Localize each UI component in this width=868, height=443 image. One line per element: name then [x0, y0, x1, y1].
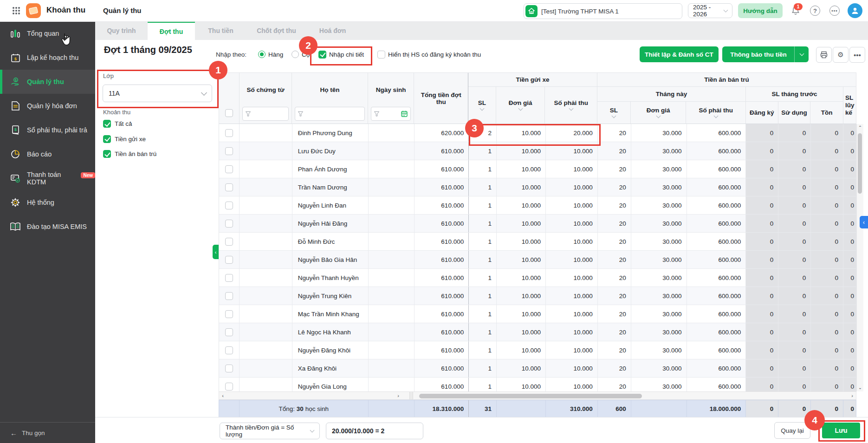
table-cell[interactable]: 30.000 — [631, 269, 687, 287]
table-cell[interactable]: 10.000 — [546, 251, 598, 268]
radio-column[interactable]: Cột — [291, 46, 311, 62]
table-cell[interactable]: 10.000 — [497, 287, 546, 305]
table-cell[interactable]: 20 — [598, 378, 631, 391]
row-checkbox[interactable] — [225, 365, 233, 372]
table-cell[interactable]: 10.000 — [497, 124, 546, 142]
header-used[interactable]: Sử dụng — [778, 102, 811, 124]
table-cell[interactable]: 10.000 — [546, 215, 598, 232]
header-parking-unit-price[interactable]: Đơn giá — [496, 87, 545, 124]
setup-numbering-button[interactable]: Thiết lập & Đánh số CT — [640, 46, 719, 62]
table-cell[interactable]: 600.000 — [687, 359, 746, 377]
row-checkbox[interactable] — [225, 256, 233, 264]
table-cell[interactable]: 1 — [469, 341, 497, 359]
table-cell[interactable]: 20 — [598, 233, 631, 250]
select-all-checkbox[interactable] — [225, 109, 233, 117]
table-cell[interactable]: 600.000 — [687, 305, 746, 323]
sidebar-item-4[interactable]: $Sổ phải thu, phải trả — [0, 118, 95, 142]
sidebar-item-1[interactable]: $Lập kế hoạch thu — [0, 46, 95, 70]
table-cell[interactable]: 600.000 — [687, 233, 746, 250]
table-cell[interactable]: 30.000 — [631, 233, 687, 250]
checkbox-checked-icon[interactable] — [103, 135, 111, 143]
table-cell[interactable]: 10.000 — [546, 287, 598, 305]
scroll-up-icon[interactable]: ⌃ — [857, 124, 863, 131]
table-cell[interactable]: 10.000 — [546, 359, 598, 377]
table-cell[interactable]: 600.000 — [687, 287, 746, 305]
dob-filter-input[interactable] — [371, 107, 411, 121]
table-cell[interactable]: 600.000 — [687, 323, 746, 341]
vertical-scrollbar[interactable]: ⌃ ⌄ — [856, 124, 863, 391]
table-cell[interactable]: 600.000 — [687, 341, 746, 359]
header-meal-qty[interactable]: SL — [597, 102, 631, 124]
checkbox-show-registered[interactable]: Hiển thị HS có đăng ký khoản thu — [377, 46, 481, 62]
sidebar-item-8[interactable]: Đào tạo MISA EMIS — [0, 215, 95, 239]
table-cell[interactable]: 10.000 — [546, 160, 598, 178]
side-panel-expand-handle[interactable]: ‹ — [860, 216, 868, 228]
table-cell[interactable]: 10.000 — [497, 178, 546, 196]
formula-select[interactable]: Thành tiền/Đơn giá = Số lượng — [220, 423, 320, 439]
tab-2[interactable]: Thu tiền — [195, 21, 246, 40]
header-parking-qty[interactable]: SL — [468, 87, 496, 124]
save-button[interactable]: Lưu — [822, 423, 860, 438]
table-cell[interactable]: 10.000 — [546, 233, 598, 250]
table-cell[interactable]: 1 — [469, 269, 497, 287]
table-cell[interactable]: 10.000 — [497, 323, 546, 341]
checkbox-enter-detail-icon[interactable] — [318, 51, 326, 59]
radio-row[interactable]: Hàng — [258, 46, 283, 62]
row-checkbox[interactable] — [225, 165, 233, 173]
row-checkbox[interactable] — [225, 292, 233, 300]
app-grid-icon[interactable] — [12, 7, 20, 15]
filter-panel-collapse-handle[interactable]: ‹ — [213, 245, 219, 259]
table-cell[interactable]: 600.000 — [687, 124, 746, 142]
table-cell[interactable]: 1 — [469, 359, 497, 377]
table-cell[interactable]: 600.000 — [687, 378, 746, 391]
table-cell[interactable]: 10.000 — [497, 196, 546, 214]
table-cell[interactable]: 10.000 — [497, 160, 546, 178]
table-cell[interactable]: 600.000 — [687, 160, 746, 178]
table-cell[interactable]: 20 — [598, 178, 631, 196]
table-cell[interactable]: 30.000 — [631, 215, 687, 232]
table-cell[interactable]: 10.000 — [497, 142, 546, 160]
table-cell[interactable]: 20 — [598, 251, 631, 268]
row-checkbox[interactable] — [225, 346, 233, 354]
row-checkbox[interactable] — [225, 202, 233, 209]
checkbox-checked-icon[interactable] — [103, 150, 111, 158]
table-cell[interactable]: 600.000 — [687, 251, 746, 268]
table-cell[interactable]: 30.000 — [631, 323, 687, 341]
table-cell[interactable]: 10.000 — [546, 341, 598, 359]
header-remain[interactable]: Tồn — [810, 102, 843, 124]
row-checkbox[interactable] — [225, 328, 233, 336]
settings-button[interactable]: ⚙ — [833, 47, 849, 63]
table-cell[interactable]: 30.000 — [631, 341, 687, 359]
print-button[interactable] — [816, 47, 832, 63]
row-checkbox[interactable] — [225, 220, 233, 228]
table-cell[interactable]: 10.000 — [497, 378, 546, 391]
name-filter-input[interactable] — [295, 107, 364, 121]
table-cell[interactable]: 10.000 — [546, 142, 598, 160]
header-registered[interactable]: Đăng ký — [746, 102, 778, 124]
table-cell[interactable]: 20 — [598, 359, 631, 377]
table-cell[interactable]: 1 — [469, 142, 497, 160]
table-cell[interactable]: 30.000 — [631, 124, 687, 142]
tab-3[interactable]: Chốt đợt thu — [246, 21, 306, 40]
school-selector[interactable]: [Test] Trường THPT MISA 1 — [524, 3, 682, 19]
scroll-down-icon[interactable]: ⌄ — [857, 384, 863, 391]
class-select[interactable]: 11A — [103, 85, 212, 102]
table-cell[interactable]: 20 — [598, 196, 631, 214]
row-checkbox[interactable] — [225, 238, 233, 246]
formula-value-input[interactable]: 20.000/10.000 = 2 — [326, 423, 423, 439]
table-cell[interactable]: 10.000 — [546, 269, 598, 287]
table-cell[interactable]: 20 — [598, 142, 631, 160]
table-cell[interactable]: 30.000 — [631, 359, 687, 377]
table-cell[interactable]: 20 — [598, 323, 631, 341]
table-cell[interactable]: 10.000 — [546, 323, 598, 341]
app-logo-icon[interactable] — [26, 3, 41, 18]
header-parking-amount[interactable]: Số phải thu — [545, 87, 597, 124]
tab-0[interactable]: Quy trình — [95, 21, 148, 40]
radio-column-icon[interactable] — [291, 51, 299, 58]
topbar-menu-quan-ly-thu[interactable]: Quản lý thu — [103, 7, 142, 14]
table-cell[interactable]: 1 — [469, 233, 497, 250]
radio-row-icon[interactable] — [258, 51, 266, 58]
fee-checkbox-0[interactable]: Tất cả — [103, 120, 132, 128]
fee-checkbox-1[interactable]: Tiền gửi xe — [103, 135, 146, 143]
checkbox-checked-icon[interactable] — [103, 120, 111, 128]
